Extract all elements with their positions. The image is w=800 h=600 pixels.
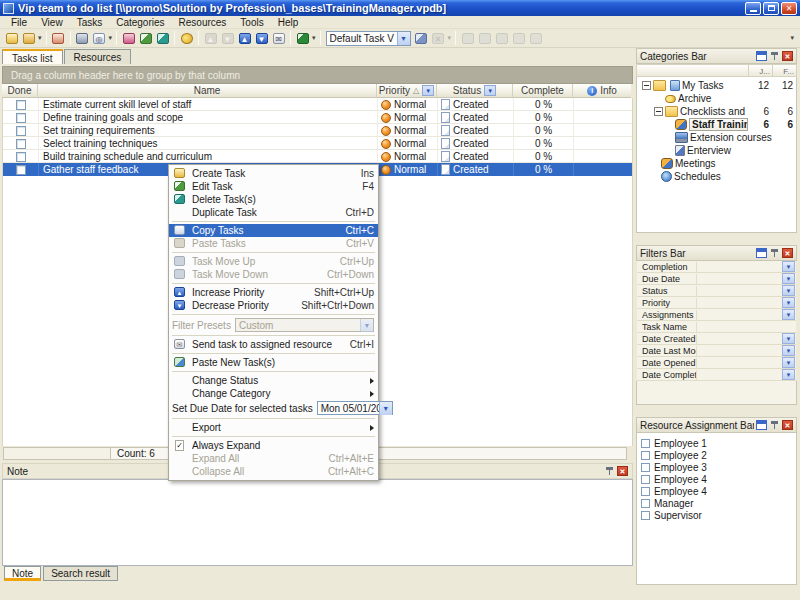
menu-item-export[interactable]: Export	[169, 421, 378, 434]
tree-item-staff-training[interactable]: Staff Training 6 6	[637, 118, 796, 131]
close-icon[interactable]: ✕	[782, 420, 793, 430]
done-checkbox[interactable]	[16, 100, 26, 110]
pin-icon[interactable]	[769, 51, 780, 61]
pin-icon[interactable]	[769, 248, 780, 258]
menu-item-delete-tasks[interactable]: Delete Task(s)	[169, 193, 378, 206]
send-mail-icon[interactable]: ✉	[270, 30, 287, 46]
chevron-down-icon[interactable]: ▼	[397, 32, 410, 45]
table-row[interactable]: Select training techniques Normal Create…	[3, 137, 632, 150]
resource-item[interactable]: Employee 4	[641, 485, 791, 497]
toolbar-overflow-caret[interactable]: ▾	[790, 34, 794, 42]
menu-item-decrease-priority[interactable]: ▼ Decrease PriorityShift+Ctrl+Down	[169, 299, 378, 312]
tab-search-result[interactable]: Search result	[43, 566, 118, 581]
flag-dropdown-caret[interactable]: ▾	[312, 34, 316, 42]
menu-item-edit-task[interactable]: Edit TaskF4	[169, 180, 378, 193]
resource-checkbox[interactable]	[641, 439, 650, 448]
table-row[interactable]: Define training goals and scope Normal C…	[3, 111, 632, 124]
table-row[interactable]: Build training schedule and curriculum N…	[3, 150, 632, 163]
close-icon[interactable]: ✕	[782, 248, 793, 258]
close-button[interactable]: ✕	[781, 2, 797, 15]
menu-item-duplicate-task[interactable]: Duplicate TaskCtrl+D	[169, 206, 378, 219]
resource-item[interactable]: Manager	[641, 497, 791, 509]
done-checkbox[interactable]	[16, 165, 26, 175]
table-row[interactable]: Set training requirements Normal Created…	[3, 124, 632, 137]
col-header-name[interactable]: Name	[38, 84, 377, 98]
tree-item-checklists[interactable]: Checklists and Templates 6 6	[637, 105, 796, 118]
print-icon[interactable]	[74, 30, 91, 46]
collapse-icon[interactable]	[654, 107, 663, 116]
menu-item-change-category[interactable]: Change Category	[169, 387, 378, 400]
new-dropdown-caret[interactable]: ▾	[38, 34, 42, 42]
print-dropdown-caret[interactable]: ▾	[109, 34, 113, 42]
status-filter-icon[interactable]: ▼	[484, 85, 496, 96]
tree-item-meetings[interactable]: Meetings	[637, 157, 796, 170]
col-header-done[interactable]: Done	[2, 84, 38, 98]
menu-categories[interactable]: Categories	[109, 16, 171, 29]
new-from-template-icon[interactable]	[20, 30, 37, 46]
tree-item-schedules[interactable]: Schedules	[637, 170, 796, 183]
pin-icon[interactable]	[769, 420, 780, 430]
done-checkbox[interactable]	[16, 126, 26, 136]
float-panel-icon[interactable]	[756, 51, 767, 61]
chevron-down-icon[interactable]: ▼	[782, 369, 795, 380]
edit-task-icon[interactable]	[137, 30, 154, 46]
tree-item-my-tasks[interactable]: My Tasks 12 12	[637, 79, 796, 92]
float-panel-icon[interactable]	[756, 420, 767, 430]
menu-tools[interactable]: Tools	[233, 16, 270, 29]
done-checkbox[interactable]	[16, 139, 26, 149]
resource-item[interactable]: Employee 1	[641, 437, 791, 449]
tree-item-extension-courses[interactable]: Extension courses	[637, 131, 796, 144]
col-header-info[interactable]: i Info	[573, 84, 631, 98]
resource-item[interactable]: Employee 3	[641, 461, 791, 473]
menu-resources[interactable]: Resources	[172, 16, 234, 29]
resource-checkbox[interactable]	[641, 487, 650, 496]
done-checkbox[interactable]	[16, 113, 26, 123]
permissions-key-icon[interactable]	[178, 30, 195, 46]
group-by-bar[interactable]: Drag a column header here to group by th…	[2, 66, 633, 84]
chevron-down-icon[interactable]: ▼	[379, 402, 392, 415]
menu-file[interactable]: File	[4, 16, 34, 29]
apply-view-icon[interactable]	[413, 30, 430, 46]
tree-item-enterview[interactable]: Enterview	[637, 144, 796, 157]
count-column-1[interactable]: J...	[748, 65, 772, 76]
resource-item[interactable]: Employee 2	[641, 449, 791, 461]
chevron-down-icon[interactable]: ▼	[782, 357, 795, 368]
chevron-down-icon[interactable]: ▼	[782, 285, 795, 296]
chevron-down-icon[interactable]: ▼	[782, 297, 795, 308]
increase-priority-icon[interactable]: ▲	[236, 30, 253, 46]
menu-item-copy-tasks[interactable]: Copy TasksCtrl+C	[169, 224, 378, 237]
chevron-down-icon[interactable]: ▼	[782, 309, 795, 320]
due-date-combobox[interactable]: Mon 05/01/2009 ▼	[317, 401, 393, 415]
pin-icon[interactable]	[604, 466, 615, 476]
menu-item-set-due-date[interactable]: Set Due Date for selected tasks Mon 05/0…	[169, 400, 378, 416]
chevron-down-icon[interactable]: ▼	[782, 261, 795, 272]
tab-tasks-list[interactable]: Tasks list	[2, 49, 63, 64]
menu-help[interactable]: Help	[271, 16, 306, 29]
collapse-icon[interactable]	[642, 81, 651, 90]
float-panel-icon[interactable]	[756, 248, 767, 258]
tab-note[interactable]: Note	[4, 566, 41, 581]
resource-checkbox[interactable]	[641, 475, 650, 484]
minimize-button[interactable]	[745, 2, 761, 15]
resource-checkbox[interactable]	[641, 511, 650, 520]
close-icon[interactable]: ✕	[617, 466, 628, 476]
table-row[interactable]: Estimate current skill level of staff No…	[3, 98, 632, 111]
assign-resource-icon[interactable]	[154, 30, 171, 46]
note-editor[interactable]	[2, 479, 633, 566]
duplicate-task-icon[interactable]	[50, 30, 67, 46]
print-preview-icon[interactable]: ◎	[91, 30, 108, 46]
menu-item-create-task[interactable]: Create TaskIns	[169, 167, 378, 180]
chevron-down-icon[interactable]: ▼	[782, 333, 795, 344]
done-checkbox[interactable]	[16, 152, 26, 162]
tab-resources[interactable]: Resources	[64, 49, 132, 64]
resource-item[interactable]: Supervisor	[641, 509, 791, 521]
decrease-priority-icon[interactable]: ▼	[253, 30, 270, 46]
resource-item[interactable]: Employee 4	[641, 473, 791, 485]
resource-checkbox[interactable]	[641, 463, 650, 472]
tree-item-archive[interactable]: Archive	[637, 92, 796, 105]
priority-filter-icon[interactable]: ▼	[422, 85, 434, 96]
chevron-down-icon[interactable]: ▼	[782, 345, 795, 356]
flag-icon[interactable]	[294, 30, 311, 46]
col-header-priority[interactable]: Priority △ ▼	[377, 84, 437, 98]
resource-checkbox[interactable]	[641, 499, 650, 508]
